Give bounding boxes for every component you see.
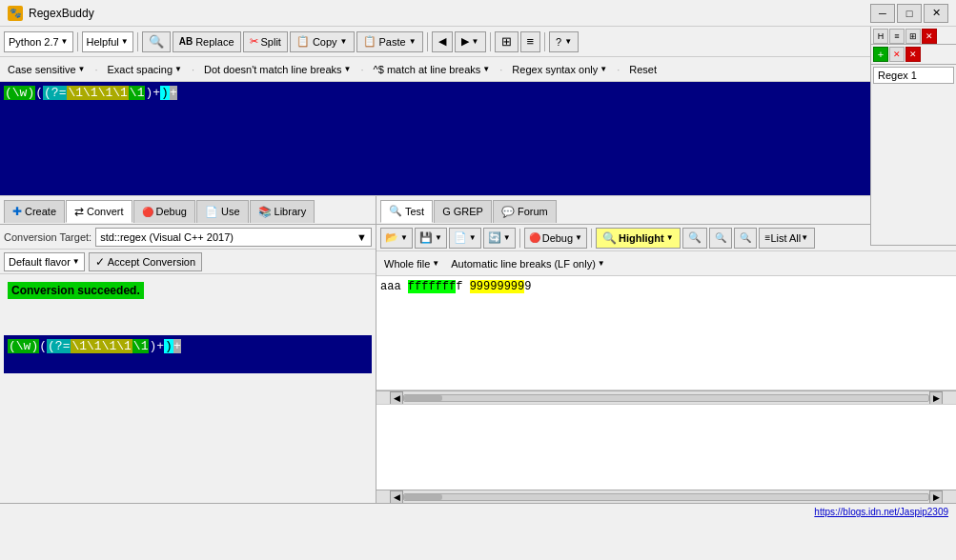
- save-icon: 💾: [419, 231, 433, 244]
- paste-icon: 📋: [363, 35, 376, 48]
- grid-icon: ⊞: [501, 34, 512, 49]
- find-button[interactable]: 🔍: [142, 31, 171, 52]
- tab-grep[interactable]: G GREP: [434, 200, 492, 223]
- zoom-reset-button[interactable]: 🔍: [734, 228, 757, 249]
- debug-dropdown-button[interactable]: 🔴 Debug ▼: [524, 228, 587, 249]
- grid-button[interactable]: ⊞: [495, 31, 519, 52]
- library-icon: 📚: [258, 206, 272, 218]
- toolbar-sep-5: [544, 32, 545, 51]
- split-button[interactable]: ✂ Split: [243, 31, 288, 52]
- close-button[interactable]: ✕: [924, 4, 948, 23]
- test-area-hscrollbar[interactable]: ◀ ▶: [376, 390, 956, 404]
- tab-test[interactable]: 🔍 Test: [380, 200, 433, 223]
- help-button[interactable]: ? ▼: [549, 31, 579, 52]
- maximize-button[interactable]: □: [897, 4, 922, 23]
- bottom-hscroll-track[interactable]: [403, 493, 929, 501]
- new-arrow: ▼: [469, 233, 477, 242]
- exact-spacing-arrow: ▼: [174, 65, 182, 73]
- library-remove-btn[interactable]: ✕: [905, 47, 921, 62]
- hscroll-left-btn[interactable]: ◀: [390, 391, 403, 405]
- forward-dropdown[interactable]: ▶ ▼: [455, 31, 486, 52]
- right-panel: 🔍 Test G GREP 💬 Forum 📂 ▼ 💾 ▼: [376, 196, 956, 503]
- conversion-target-dropdown[interactable]: std::regex (Visual C++ 2017) ▼: [95, 228, 372, 247]
- case-sensitive-option[interactable]: Case sensitive ▼: [4, 62, 89, 77]
- open-file-button[interactable]: 📂 ▼: [380, 228, 413, 249]
- use-icon: 📄: [205, 206, 218, 218]
- anchor-behavior-option[interactable]: ^$ match at line breaks ▼: [370, 62, 495, 77]
- scope-dropdown[interactable]: Whole file ▼: [380, 256, 443, 271]
- option-sep-3: ·: [361, 64, 364, 75]
- tab-convert[interactable]: ⇄ Convert: [66, 200, 132, 223]
- tab-debug[interactable]: 🔴 Debug: [133, 200, 195, 223]
- converted-regex[interactable]: (\w)((?=\1\1\1\1\1)+)+: [4, 335, 372, 373]
- back-button[interactable]: ◀: [432, 31, 453, 52]
- help-dropdown-arrow: ▼: [564, 37, 572, 46]
- zoom-in-button[interactable]: 🔍: [682, 228, 707, 249]
- highlight-search-icon: 🔍: [602, 231, 617, 245]
- refresh-icon: 🔄: [488, 231, 501, 244]
- bottom-hscroll-left-btn[interactable]: ◀: [390, 490, 403, 504]
- tab-library[interactable]: 📚 Library: [250, 200, 315, 223]
- linebreak-dropdown[interactable]: Automatic line breaks (LF only) ▼: [447, 256, 609, 271]
- options-bar: Case sensitive ▼ · Exact spacing ▼ · Dot…: [0, 57, 956, 82]
- library-h-btn[interactable]: H: [873, 29, 888, 44]
- library-regex-1-label: Regex 1: [878, 70, 917, 81]
- new-file-icon: 📄: [454, 231, 467, 244]
- bottom-hscroll-right-btn[interactable]: ▶: [929, 490, 943, 504]
- tab-use[interactable]: 📄 Use: [196, 200, 249, 223]
- library-close-btn[interactable]: ✕: [922, 29, 937, 44]
- refresh-button[interactable]: 🔄 ▼: [483, 228, 516, 249]
- minimize-button[interactable]: ─: [870, 4, 895, 23]
- case-sensitive-arrow: ▼: [78, 65, 86, 73]
- zoom-1-icon: 🔍: [740, 232, 751, 243]
- list-all-button[interactable]: ≡ List All ▼: [759, 228, 816, 249]
- library-regex-1-item[interactable]: Regex 1: [873, 67, 954, 84]
- syntax-mode-arrow: ▼: [600, 65, 607, 73]
- flavor-bar: Default flavor ▼ ✓ Accept Conversion: [0, 250, 376, 274]
- zoom-in-icon: 🔍: [688, 231, 702, 244]
- bottom-area-hscrollbar[interactable]: ◀ ▶: [376, 490, 956, 503]
- helpful-dropdown[interactable]: Helpful ▼: [82, 31, 133, 52]
- language-dropdown[interactable]: Python 2.7 ▼: [4, 31, 73, 52]
- test-area[interactable]: aaa ffffffff 999999999: [376, 276, 956, 390]
- library-list-btn[interactable]: ≡: [889, 29, 905, 44]
- help-icon: ?: [556, 36, 561, 48]
- bottom-detail-area[interactable]: [376, 404, 956, 490]
- list-button[interactable]: ≡: [520, 31, 541, 52]
- accept-icon: ✓: [95, 255, 105, 269]
- library-toolbar: + ✕ ✕: [871, 45, 956, 65]
- hscroll-track[interactable]: [403, 394, 929, 402]
- save-file-button[interactable]: 💾 ▼: [415, 228, 447, 249]
- tab-forum[interactable]: 💬 Forum: [493, 200, 557, 223]
- bottom-hscroll-thumb[interactable]: [404, 494, 442, 500]
- accept-conversion-button[interactable]: ✓ Accept Conversion: [89, 252, 202, 271]
- new-file-button[interactable]: 📄 ▼: [449, 228, 481, 249]
- syntax-mode-option[interactable]: Regex syntax only ▼: [508, 62, 611, 77]
- library-add-btn[interactable]: +: [873, 47, 888, 62]
- regex-editor[interactable]: (\w)((?=\1\1\1\1\1)+)+: [0, 82, 956, 196]
- flavor-dropdown[interactable]: Default flavor ▼: [4, 252, 85, 271]
- tab-create[interactable]: ✚ Create: [4, 200, 65, 223]
- zoom-out-icon: 🔍: [715, 232, 726, 243]
- debug-dropdown-arrow: ▼: [575, 233, 582, 242]
- hscroll-right-btn[interactable]: ▶: [929, 391, 943, 405]
- highlight-button[interactable]: 🔍 Highlight ▼: [596, 228, 681, 249]
- app-title: RegexBuddy: [29, 7, 94, 20]
- exact-spacing-option[interactable]: Exact spacing ▼: [104, 62, 186, 77]
- debug-icon: 🔴: [142, 207, 153, 217]
- save-arrow: ▼: [435, 233, 442, 242]
- list-icon: ≡: [527, 34, 535, 49]
- library-delete-btn[interactable]: ✕: [889, 47, 905, 62]
- zoom-out-button[interactable]: 🔍: [709, 228, 732, 249]
- reset-button[interactable]: Reset: [625, 62, 661, 77]
- conversion-target-bar: Conversion Target: std::regex (Visual C+…: [0, 225, 376, 250]
- lang-dropdown-arrow: ▼: [61, 37, 69, 46]
- paste-button[interactable]: 📋 Paste ▼: [356, 31, 423, 52]
- replace-button[interactable]: AB Replace: [173, 31, 241, 52]
- library-grid-btn[interactable]: ⊞: [905, 29, 921, 44]
- hscroll-thumb[interactable]: [404, 395, 442, 401]
- copy-dropdown-arrow: ▼: [340, 37, 348, 46]
- dot-behavior-option[interactable]: Dot doesn't match line breaks ▼: [200, 62, 356, 77]
- copy-button[interactable]: 📋 Copy ▼: [290, 31, 355, 52]
- flavor-arrow: ▼: [72, 257, 80, 266]
